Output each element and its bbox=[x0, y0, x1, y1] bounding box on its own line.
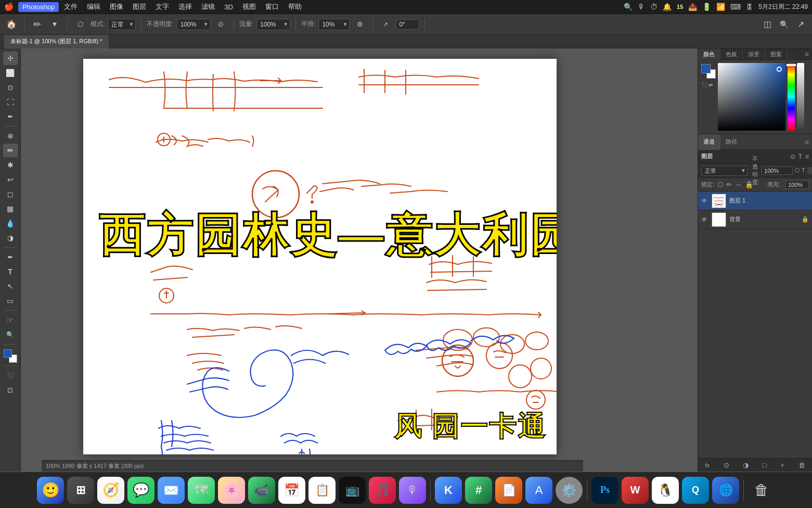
tool-screen-mode[interactable]: ⊡ bbox=[3, 383, 18, 397]
menu-layer[interactable]: 图层 bbox=[128, 1, 150, 12]
mic-icon[interactable]: 🎙 bbox=[638, 3, 645, 11]
dock-safari[interactable]: 🧭 bbox=[97, 477, 124, 504]
tool-zoom[interactable]: 🔍 bbox=[3, 328, 18, 341]
layers-type-icon[interactable]: T bbox=[798, 153, 802, 160]
color-panel-menu[interactable]: ≡ bbox=[802, 48, 812, 59]
opacity-airbrush-icon[interactable]: ⊙ bbox=[214, 17, 228, 32]
tool-dodge[interactable]: ◑ bbox=[3, 231, 18, 245]
tool-shape[interactable]: ▭ bbox=[3, 294, 18, 308]
menu-select[interactable]: 选择 bbox=[174, 1, 196, 12]
color-swatch[interactable] bbox=[4, 349, 17, 363]
dock-wangwang[interactable]: 🐧 bbox=[652, 477, 679, 504]
search-icon[interactable]: 🔍 bbox=[624, 3, 633, 11]
opacity-select[interactable]: 100% bbox=[177, 19, 211, 30]
battery-icon[interactable]: 🔋 bbox=[702, 3, 711, 11]
tool-gradient[interactable]: ▦ bbox=[3, 202, 18, 215]
opacity-select-wrap[interactable]: 100% ▼ bbox=[177, 19, 211, 30]
menu-window[interactable]: 窗口 bbox=[261, 1, 283, 12]
dock-reminders[interactable]: 📋 bbox=[308, 477, 336, 504]
dock-appstore[interactable]: A bbox=[525, 477, 552, 504]
smooth-settings-icon[interactable]: ⚙ bbox=[353, 17, 367, 32]
dock-facetime[interactable]: 📹 bbox=[248, 477, 275, 504]
swap-colors-icon[interactable]: ⇄ bbox=[708, 82, 713, 88]
notification-icon[interactable]: 🔔 bbox=[663, 3, 672, 11]
dock-browser[interactable]: 🌐 bbox=[712, 477, 739, 504]
layers-menu-icon[interactable]: ≡ bbox=[805, 153, 809, 160]
menu-text[interactable]: 文字 bbox=[151, 1, 173, 12]
layer-row-1[interactable]: 👁 图层 1 bbox=[698, 192, 812, 210]
tool-type[interactable]: T bbox=[3, 265, 18, 278]
layerbg-visibility-icon[interactable]: 👁 bbox=[701, 216, 708, 223]
layer1-visibility-icon[interactable]: 👁 bbox=[701, 197, 708, 205]
dock-trash[interactable]: 🗑 bbox=[748, 477, 775, 504]
layer-icon3[interactable]: ⬛ bbox=[807, 167, 812, 174]
tab-pattern[interactable]: 图案 bbox=[765, 48, 788, 60]
channel-panel-menu[interactable]: ≡ bbox=[802, 138, 812, 146]
canvas-area[interactable]: 西方园林史—意大利园林 风 园一卡通 100% 1890 像素 x 1417 像… bbox=[21, 48, 698, 472]
flow-select-wrap[interactable]: 100% ▼ bbox=[256, 19, 290, 30]
fill-input[interactable] bbox=[785, 181, 809, 189]
tool-blur[interactable]: 💧 bbox=[3, 217, 18, 230]
dock-ps[interactable]: Ps bbox=[591, 477, 618, 504]
dock-calendar[interactable]: 📅 bbox=[278, 477, 305, 504]
fx-btn[interactable]: fx bbox=[705, 462, 710, 468]
wifi-icon[interactable]: 📶 bbox=[716, 3, 725, 11]
tool-move[interactable]: ✢ bbox=[3, 52, 18, 65]
dock-wps[interactable]: W bbox=[622, 477, 649, 504]
dock-mail[interactable]: ✉️ bbox=[158, 477, 185, 504]
screentime-icon[interactable]: ⏱ bbox=[650, 3, 658, 11]
share-btn[interactable]: ↗ bbox=[793, 17, 808, 32]
tab-channels[interactable]: 通道 bbox=[698, 134, 720, 150]
tab-swatches[interactable]: 色板 bbox=[720, 48, 743, 60]
tool-brush[interactable]: ✏ bbox=[3, 144, 18, 157]
add-mask-btn[interactable]: ⊙ bbox=[724, 461, 729, 469]
menu-help[interactable]: 帮助 bbox=[284, 1, 306, 12]
lock-all-icon[interactable]: 🔒 bbox=[745, 181, 753, 188]
opacity-bar[interactable] bbox=[797, 63, 804, 131]
dock-photos[interactable]: 🌸 bbox=[218, 477, 245, 504]
tool-eyedropper[interactable]: ✒ bbox=[3, 110, 18, 123]
smooth-select-wrap[interactable]: 10% ▼ bbox=[318, 19, 350, 30]
menu-photoshop[interactable]: Photoshop bbox=[18, 2, 59, 12]
dock-music[interactable]: 🎵 bbox=[369, 477, 396, 504]
add-group-btn[interactable]: □ bbox=[763, 461, 767, 469]
dock-systemprefs[interactable]: ⚙️ bbox=[556, 477, 583, 504]
layer-blend-select-wrap[interactable]: 正常 ▼ bbox=[701, 166, 748, 176]
dock-launchpad[interactable]: ⊞ bbox=[67, 477, 94, 504]
dock-maps[interactable]: 🗺 bbox=[188, 477, 215, 504]
menu-filter[interactable]: 滤镜 bbox=[197, 1, 219, 12]
tool-eraser[interactable]: ◻ bbox=[3, 187, 18, 201]
dock-pages[interactable]: 📄 bbox=[495, 477, 522, 504]
opacity-input[interactable] bbox=[762, 167, 793, 175]
tab-gradient[interactable]: 渐变 bbox=[743, 48, 765, 60]
mode-select-wrap[interactable]: 正常 ▼ bbox=[108, 19, 136, 30]
menu-view[interactable]: 视图 bbox=[238, 1, 260, 12]
dock-finder[interactable]: 🙂 bbox=[37, 477, 64, 504]
delete-layer-btn[interactable]: 🗑 bbox=[798, 461, 805, 469]
reset-colors-icon[interactable]: ⬛ bbox=[701, 82, 707, 88]
menu-3d[interactable]: 3D bbox=[220, 2, 237, 12]
tool-spot-heal[interactable]: ⊕ bbox=[3, 129, 18, 143]
dock-appletv[interactable]: 📺 bbox=[339, 477, 366, 504]
input-icon[interactable]: ⌨ bbox=[730, 3, 741, 11]
brush-tool-btn[interactable]: ✏ bbox=[30, 17, 44, 32]
tool-hand[interactable]: ☞ bbox=[3, 313, 18, 327]
tool-crop[interactable]: ⛶ bbox=[3, 95, 18, 109]
lock-artboards-icon[interactable]: ↔ bbox=[735, 181, 742, 188]
flow-select[interactable]: 100% bbox=[256, 19, 290, 30]
menu-edit[interactable]: 编辑 bbox=[83, 1, 105, 12]
dock-messages[interactable]: 💬 bbox=[127, 477, 154, 504]
dock-iqiye[interactable]: Q bbox=[682, 477, 709, 504]
dock-podcasts[interactable]: 🎙 bbox=[399, 477, 426, 504]
lock-position-icon[interactable]: ✏ bbox=[726, 181, 732, 188]
brush-settings-btn[interactable]: ▼ bbox=[47, 17, 62, 32]
tab-paths[interactable]: 路径 bbox=[720, 134, 743, 150]
layer-icon1[interactable]: ⬡ bbox=[795, 167, 800, 174]
tab-color[interactable]: 颜色 bbox=[698, 48, 720, 60]
smooth-select[interactable]: 10% bbox=[318, 19, 350, 30]
menu-image[interactable]: 图像 bbox=[106, 1, 127, 12]
control-center-icon[interactable]: 🎛 bbox=[746, 3, 753, 11]
lock-pixels-icon[interactable]: ⬡ bbox=[717, 181, 723, 188]
menu-file[interactable]: 文件 bbox=[60, 1, 82, 12]
dock-numbers[interactable]: # bbox=[465, 477, 492, 504]
